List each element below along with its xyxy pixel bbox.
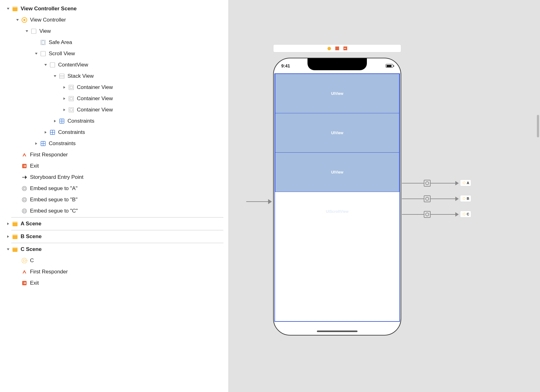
- scrollbar-thumb[interactable]: [537, 115, 539, 137]
- segue-connection-b[interactable]: [402, 198, 458, 199]
- disclosure-triangle-icon[interactable]: [6, 221, 11, 226]
- vc-chip-label: A: [467, 181, 469, 185]
- container-view-preview-1[interactable]: UIView: [275, 74, 399, 113]
- storyboard-entry-arrow[interactable]: [246, 198, 272, 205]
- embed-segue-icon: [21, 208, 28, 214]
- outline-first-responder[interactable]: First Responder: [4, 149, 228, 160]
- outline-label: Constraints: [58, 129, 85, 135]
- outline-stack-view[interactable]: Stack View: [4, 71, 228, 82]
- disclosure-triangle-icon[interactable]: [34, 141, 39, 146]
- disclosure-triangle-icon[interactable]: [43, 130, 48, 135]
- outline-exit[interactable]: Exit: [4, 160, 228, 172]
- disclosure-triangle-icon[interactable]: [62, 96, 67, 101]
- viewless-vc-icon: [21, 257, 28, 264]
- outline-segue-c[interactable]: Embed segue to "C": [4, 205, 228, 217]
- scene-a[interactable]: A Scene: [4, 218, 228, 229]
- disclosure-triangle-icon[interactable]: [6, 234, 11, 239]
- storyboard-scene-icon: [12, 221, 18, 227]
- segue-connection-a[interactable]: [402, 183, 458, 184]
- device-preview[interactable]: 9:41 UIView UIView UIView UIScrollView: [273, 58, 401, 336]
- segue-connection-c[interactable]: [402, 214, 458, 215]
- disclosure-triangle-icon[interactable]: [43, 62, 48, 67]
- outline-label: ContentView: [58, 62, 88, 68]
- outline-c-vc[interactable]: C: [4, 255, 228, 266]
- status-bar: 9:41: [274, 58, 401, 73]
- disclosure-triangle-icon[interactable]: [52, 74, 58, 79]
- outline-container-view-2[interactable]: Container View: [4, 93, 228, 104]
- outline-label: Embed segue to "B": [30, 197, 78, 203]
- outline-content-view[interactable]: ContentView: [4, 59, 228, 71]
- arrow-head-icon: [455, 212, 459, 217]
- disclosure-triangle-icon[interactable]: [6, 247, 11, 252]
- constraints-icon: [59, 118, 65, 124]
- outline-scroll-view[interactable]: Scroll View: [4, 48, 228, 59]
- outline-label: C: [30, 257, 34, 264]
- container-view-icon: [68, 107, 74, 113]
- scene-view-controller[interactable]: View Controller Scene: [4, 3, 228, 14]
- outline-label: Embed segue to "C": [30, 208, 78, 214]
- exit-icon: [21, 280, 28, 286]
- embed-segue-icon: [21, 185, 28, 192]
- first-responder-dock-icon[interactable]: [335, 47, 339, 50]
- scene-dock[interactable]: [273, 44, 401, 52]
- svg-rect-35: [12, 221, 18, 223]
- disclosure-triangle-icon[interactable]: [6, 6, 11, 11]
- outline-container-view-1[interactable]: Container View: [4, 82, 228, 93]
- first-responder-icon: [21, 269, 28, 275]
- outline-view[interactable]: View: [4, 26, 228, 37]
- outline-view-controller[interactable]: View Controller: [4, 14, 228, 26]
- disclosure-triangle-icon[interactable]: [34, 51, 39, 56]
- disclosure-triangle-icon[interactable]: [62, 85, 67, 90]
- outline-label: Safe Area: [49, 39, 72, 46]
- svg-point-30: [22, 198, 27, 202]
- interface-builder-canvas[interactable]: 9:41 UIView UIView UIView UIScrollView A…: [229, 0, 540, 392]
- outline-segue-b[interactable]: Embed segue to "B": [4, 194, 228, 205]
- storyboard-scene-icon: [12, 6, 18, 12]
- arrow-head-icon: [455, 197, 459, 201]
- container-view-icon: [68, 84, 74, 91]
- outline-safe-area[interactable]: Safe Area: [4, 37, 228, 48]
- outline-label: First Responder: [30, 269, 68, 275]
- disclosure-triangle-icon[interactable]: [24, 29, 29, 34]
- svg-rect-29: [23, 188, 25, 189]
- outline-segue-a[interactable]: Embed segue to "A": [4, 183, 228, 194]
- storyboard-scene-icon: [12, 233, 18, 240]
- vc-dock-icon[interactable]: [328, 47, 331, 50]
- outline-constraints-content[interactable]: Constraints: [4, 127, 228, 138]
- disclosure-triangle-icon[interactable]: [15, 17, 20, 22]
- disclosure-triangle-icon[interactable]: [52, 119, 58, 124]
- disclosure-triangle-icon[interactable]: [62, 107, 67, 112]
- svg-rect-37: [12, 234, 18, 235]
- outline-c-first-responder[interactable]: First Responder: [4, 266, 228, 277]
- embed-segue-icon: [21, 197, 28, 203]
- scrollview-outline[interactable]: UIView UIView UIView UIScrollView: [274, 73, 400, 322]
- svg-point-32: [22, 209, 27, 213]
- exit-dock-icon[interactable]: [343, 47, 347, 50]
- dest-vc-chip-c[interactable]: C: [460, 211, 471, 218]
- stack-view-icon: [59, 73, 65, 79]
- vc-chip-icon: [462, 197, 466, 200]
- container-view-preview-3[interactable]: UIView: [275, 153, 399, 192]
- dest-vc-chip-b[interactable]: B: [460, 195, 471, 202]
- scene-c[interactable]: C Scene: [4, 244, 228, 255]
- outline-constraints-stack[interactable]: Constraints: [4, 115, 228, 127]
- segue-knob-icon: [424, 195, 431, 202]
- scene-b[interactable]: B Scene: [4, 231, 228, 242]
- uiview-icon: [40, 51, 46, 57]
- container-view-preview-2[interactable]: UIView: [275, 113, 399, 153]
- svg-rect-39: [12, 247, 18, 248]
- dest-vc-chip-a[interactable]: A: [460, 179, 471, 186]
- document-outline[interactable]: View Controller Scene View Controller Vi…: [0, 0, 229, 392]
- outline-c-exit[interactable]: Exit: [4, 277, 228, 289]
- svg-rect-4: [32, 29, 36, 34]
- outline-entry-point[interactable]: Storyboard Entry Point: [4, 172, 228, 183]
- exit-icon: [21, 163, 28, 169]
- constraints-icon: [49, 129, 56, 135]
- scene-label: A Scene: [21, 221, 41, 227]
- divider: [11, 217, 223, 218]
- outline-label: Container View: [77, 84, 113, 91]
- outline-container-view-3[interactable]: Container View: [4, 104, 228, 115]
- outline-label: Exit: [30, 163, 39, 169]
- outline-constraints-view[interactable]: Constraints: [4, 138, 228, 149]
- outline-label: First Responder: [30, 152, 68, 158]
